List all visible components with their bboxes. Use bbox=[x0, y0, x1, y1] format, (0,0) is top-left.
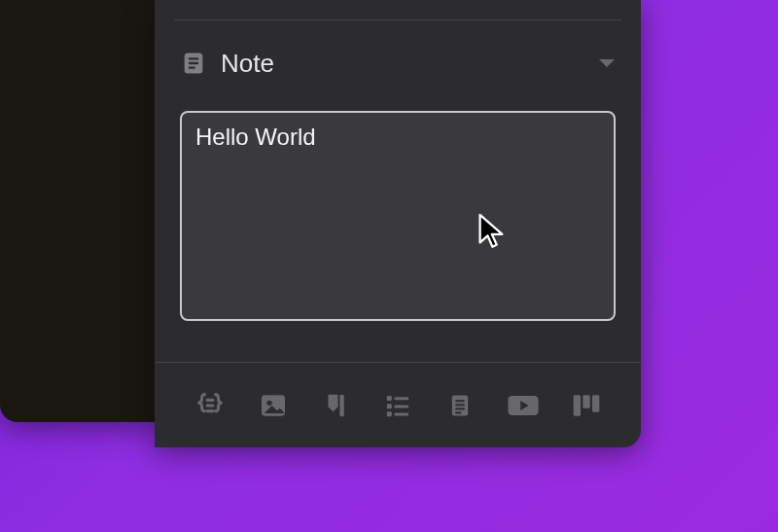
svg-rect-22 bbox=[574, 395, 581, 415]
svg-rect-15 bbox=[394, 412, 408, 415]
svg-rect-12 bbox=[387, 404, 392, 408]
svg-rect-11 bbox=[394, 397, 408, 400]
media-toolbar bbox=[155, 362, 641, 447]
video-button[interactable] bbox=[507, 389, 540, 422]
svg-rect-9 bbox=[339, 394, 343, 416]
inspector-panel: Note Hello World bbox=[155, 0, 641, 447]
svg-rect-24 bbox=[592, 395, 599, 411]
board-button[interactable] bbox=[571, 389, 602, 422]
svg-rect-14 bbox=[387, 411, 392, 416]
list-button[interactable] bbox=[382, 389, 413, 422]
svg-rect-3 bbox=[189, 67, 195, 69]
collapse-chevron-icon[interactable] bbox=[598, 57, 616, 69]
annotate-button[interactable] bbox=[320, 389, 351, 422]
svg-rect-13 bbox=[394, 405, 408, 408]
svg-rect-18 bbox=[455, 404, 464, 406]
svg-rect-2 bbox=[189, 62, 199, 64]
note-section-title: Note bbox=[221, 49, 274, 79]
code-block-button[interactable] bbox=[194, 389, 227, 422]
svg-rect-23 bbox=[583, 395, 589, 408]
image-button[interactable] bbox=[258, 389, 289, 422]
note-section-header[interactable]: Note bbox=[180, 43, 616, 84]
svg-rect-10 bbox=[387, 396, 392, 401]
note-icon bbox=[180, 50, 207, 77]
content-preview-strip bbox=[0, 0, 156, 422]
note-textarea[interactable]: Hello World bbox=[180, 111, 616, 321]
svg-rect-1 bbox=[189, 57, 199, 59]
svg-rect-17 bbox=[455, 400, 464, 402]
panel-divider bbox=[174, 19, 621, 20]
svg-rect-20 bbox=[455, 411, 461, 413]
svg-rect-19 bbox=[455, 408, 464, 409]
document-button[interactable] bbox=[444, 389, 476, 422]
note-text-content: Hello World bbox=[195, 124, 316, 150]
svg-point-8 bbox=[266, 400, 271, 405]
